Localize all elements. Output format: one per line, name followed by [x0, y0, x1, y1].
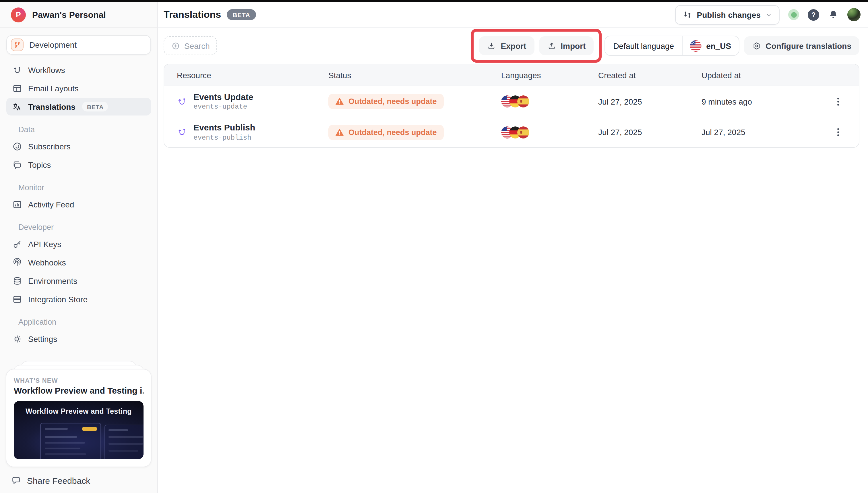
status-badge: Outdated, needs update	[328, 124, 444, 140]
column-header-updated: Updated at	[702, 70, 822, 80]
status-badge: Outdated, needs update	[328, 94, 444, 109]
git-branch-icon	[11, 39, 24, 51]
sidebar-item-integration-store[interactable]: Integration Store	[6, 290, 151, 308]
resource-slug: events-update	[193, 103, 253, 111]
resource-name: Events Publish	[193, 123, 255, 133]
spain-flag-icon	[517, 95, 529, 107]
row-menu-icon[interactable]	[832, 96, 844, 107]
sidebar-item-label: Environments	[28, 276, 77, 285]
search-button[interactable]: Search	[164, 36, 217, 55]
environment-label: Development	[29, 40, 77, 49]
translations-table: Resource Status Languages Created at Upd…	[164, 64, 860, 148]
workspace-avatar: P	[11, 7, 26, 22]
default-language-control: Default language	[604, 36, 739, 56]
sidebar-item-label: Webhooks	[28, 258, 66, 267]
updated-at: 9 minutes ago	[702, 97, 822, 106]
chat-bubble-icon	[11, 475, 21, 486]
import-button[interactable]: Import	[539, 36, 594, 55]
sidebar-item-translations[interactable]: Translations BETA	[6, 98, 151, 115]
bell-icon[interactable]	[828, 9, 839, 20]
webhooks-icon	[12, 257, 22, 267]
language-flags	[501, 95, 598, 107]
hexagon-settings-icon	[752, 41, 761, 50]
row-menu-icon[interactable]	[832, 126, 844, 138]
beta-badge: BETA	[227, 9, 256, 20]
share-feedback-label: Share Feedback	[27, 475, 90, 485]
whats-new-card[interactable]: WHAT'S NEW Workflow Preview and Testing …	[6, 369, 152, 467]
export-label: Export	[501, 41, 526, 50]
sidebar-item-label: Topics	[28, 160, 51, 169]
sidebar-nav: Workflows Email Layouts	[0, 60, 157, 348]
workflow-icon	[12, 65, 22, 75]
subscribers-icon	[12, 141, 22, 151]
sidebar-item-subscribers[interactable]: Subscribers	[6, 137, 151, 155]
workspace-name: Pawan's Personal	[32, 10, 106, 20]
whats-new-thumbnail-title: Workflow Preview and Testing	[14, 407, 143, 415]
top-progress-bar	[0, 0, 868, 2]
sidebar-item-label: Integration Store	[28, 295, 88, 304]
database-icon	[12, 276, 22, 286]
circle-plus-icon	[171, 41, 180, 50]
sidebar-item-activity-feed[interactable]: Activity Feed	[6, 195, 151, 213]
export-button[interactable]: Export	[479, 36, 534, 55]
share-feedback-button[interactable]: Share Feedback	[0, 467, 157, 493]
sidebar: P Pawan's Personal Development	[0, 2, 158, 493]
configure-translations-button[interactable]: Configure translations	[744, 36, 860, 55]
help-icon[interactable]: ?	[808, 9, 819, 20]
configure-translations-label: Configure translations	[766, 41, 851, 50]
thumbnail-mock-panel	[105, 425, 143, 459]
column-header-created: Created at	[598, 70, 702, 80]
publish-changes-button[interactable]: Publish changes	[675, 5, 780, 24]
sidebar-item-topics[interactable]: Topics	[6, 156, 151, 173]
nav-section-label: Application	[6, 308, 151, 330]
created-at: Jul 27, 2025	[598, 97, 702, 106]
workflow-icon	[177, 127, 187, 137]
environment-switcher[interactable]: Development	[6, 35, 151, 55]
integration-store-icon	[12, 294, 22, 304]
default-language-value[interactable]: en_US	[683, 36, 738, 55]
resource-slug: events-publish	[193, 134, 255, 142]
column-header-status: Status	[328, 70, 501, 80]
key-icon	[12, 239, 22, 249]
status-text: Outdated, needs update	[348, 97, 437, 106]
sidebar-item-webhooks[interactable]: Webhooks	[6, 253, 151, 271]
column-header-languages: Languages	[501, 70, 598, 80]
publish-changes-label: Publish changes	[697, 10, 761, 19]
resource-name: Events Update	[193, 92, 253, 102]
gear-icon	[12, 334, 22, 344]
toolbar: Search Export	[158, 27, 868, 64]
sidebar-item-settings[interactable]: Settings	[6, 330, 151, 348]
sidebar-item-label: Subscribers	[28, 142, 71, 151]
search-label: Search	[184, 41, 210, 50]
us-flag-icon	[690, 40, 702, 51]
table-row[interactable]: Events Publish events-publish	[164, 116, 859, 147]
git-compare-icon	[683, 10, 692, 20]
sidebar-item-api-keys[interactable]: API Keys	[6, 235, 151, 253]
activity-feed-icon	[12, 199, 22, 210]
sidebar-item-label: Activity Feed	[28, 200, 74, 209]
nav-section-label: Developer	[6, 214, 151, 235]
status-indicator[interactable]	[788, 9, 799, 20]
thumbnail-mock-button	[82, 427, 97, 431]
upload-icon	[547, 41, 556, 50]
layout-icon	[12, 83, 22, 93]
whats-new-thumbnail: Workflow Preview and Testing	[14, 401, 143, 459]
sidebar-item-email-layouts[interactable]: Email Layouts	[6, 79, 151, 97]
beta-badge: BETA	[83, 102, 108, 111]
warning-triangle-icon	[335, 97, 344, 106]
status-text: Outdated, needs update	[348, 128, 437, 136]
column-header-resource: Resource	[177, 70, 328, 80]
topics-icon	[12, 159, 22, 170]
whats-new-eyebrow: WHAT'S NEW	[14, 377, 143, 384]
table-header-row: Resource Status Languages Created at Upd…	[164, 64, 859, 86]
workspace-switcher[interactable]: P Pawan's Personal	[0, 2, 157, 27]
user-avatar[interactable]	[847, 8, 861, 21]
created-at: Jul 27, 2025	[598, 128, 702, 137]
sidebar-item-label: Workflows	[28, 65, 65, 74]
thumbnail-mock-panel	[40, 423, 101, 459]
sidebar-item-environments[interactable]: Environments	[6, 272, 151, 290]
table-row[interactable]: Events Update events-update	[164, 86, 859, 116]
page-title: Translations	[164, 9, 221, 20]
sidebar-item-workflows[interactable]: Workflows	[6, 61, 151, 79]
main-content: Translations BETA Publish changes	[158, 2, 868, 493]
